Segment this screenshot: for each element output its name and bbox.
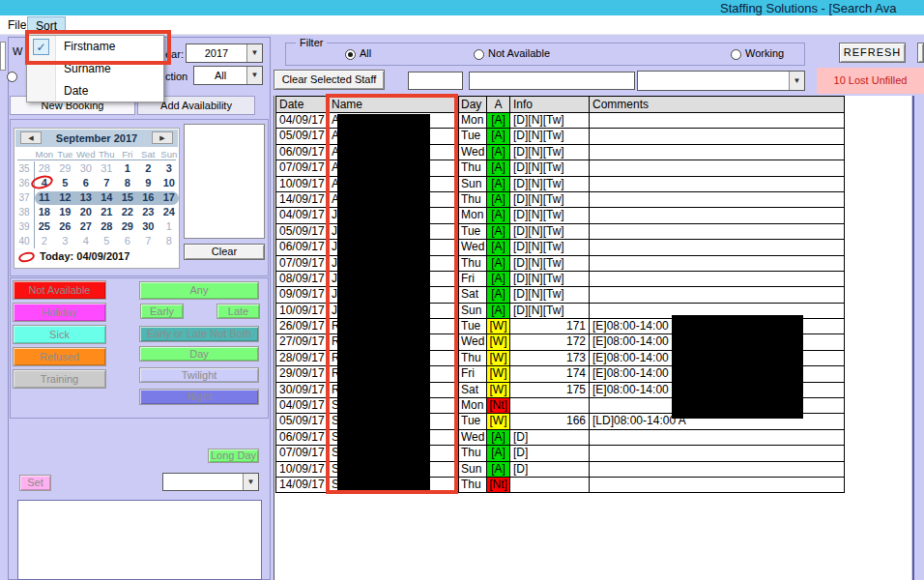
calendar-day[interactable]: 3 xyxy=(55,234,76,248)
availability-button[interactable]: Training xyxy=(13,369,106,389)
filter-radio-all[interactable] xyxy=(345,49,356,60)
cell-info: [D][N][Tw] xyxy=(510,240,590,255)
cell-availability: [A] xyxy=(487,160,510,176)
staff-dropdown[interactable]: ▼ xyxy=(637,71,805,91)
cell-date: 06/09/17 xyxy=(276,430,329,446)
calendar-day[interactable]: 24 xyxy=(159,205,180,219)
cell-availability: [A] xyxy=(487,177,510,192)
calendar-day[interactable]: 11 xyxy=(34,190,55,205)
calendar-day[interactable]: 26 xyxy=(55,219,76,234)
calendar-prev-button[interactable]: ◀ xyxy=(20,131,42,144)
cell-day: Sun xyxy=(459,462,487,478)
clear-dates-button[interactable]: Clear xyxy=(184,244,265,260)
filter-radio-not-available[interactable] xyxy=(474,49,484,60)
cell-day: Tue xyxy=(459,414,487,429)
calendar-day[interactable]: 12 xyxy=(55,190,76,205)
calendar-day[interactable]: 14 xyxy=(97,190,118,205)
clear-selected-staff-button[interactable]: Clear Selected Staff xyxy=(274,70,385,90)
calendar-day[interactable]: 6 xyxy=(75,176,97,190)
long-day-button[interactable]: Long Day xyxy=(208,449,259,463)
calendar-day[interactable]: 8 xyxy=(159,234,180,248)
calendar-day[interactable]: 4 xyxy=(75,234,97,248)
calendar-day[interactable]: 10 xyxy=(159,176,180,190)
calendar-day[interactable]: 3 xyxy=(159,161,180,176)
cell-day: Mon xyxy=(459,398,487,414)
early-button[interactable]: Early xyxy=(140,304,184,319)
availability-button[interactable]: Holiday xyxy=(13,303,106,322)
twilight-button[interactable]: Twilight xyxy=(139,367,259,383)
availability-button[interactable]: Not Available xyxy=(13,280,106,300)
calendar-day[interactable]: 15 xyxy=(117,190,138,205)
calendar-day[interactable]: 18 xyxy=(34,205,55,219)
calendar-today-row[interactable]: Today: 04/09/2017 xyxy=(14,248,179,268)
calendar-week-row: 402345678 xyxy=(14,234,180,248)
refresh-button[interactable]: REFRESH xyxy=(839,43,906,63)
early-or-late-button[interactable]: Early or Late Not Both xyxy=(139,326,259,342)
staff-search-input-small[interactable] xyxy=(408,72,463,90)
cell-info: [D][N][Tw] xyxy=(510,113,590,129)
chevron-down-icon[interactable]: ▼ xyxy=(243,474,258,490)
calendar-day-header: Sun xyxy=(159,149,180,160)
cell-availability: [A] xyxy=(487,272,510,287)
filter-radio-working[interactable] xyxy=(731,49,741,60)
filter-label-all[interactable]: All xyxy=(360,47,371,59)
calendar-day[interactable]: 30 xyxy=(75,161,97,176)
set-button[interactable]: Set xyxy=(19,475,51,491)
calendar-week-row: 3818192021222324 xyxy=(14,205,180,219)
calendar-day[interactable]: 31 xyxy=(97,161,118,176)
calendar-day[interactable]: 7 xyxy=(138,234,159,248)
calendar-day[interactable]: 16 xyxy=(138,190,159,205)
calendar-day[interactable]: 8 xyxy=(117,176,138,190)
calendar-day[interactable]: 20 xyxy=(75,205,97,219)
set-dropdown[interactable]: ▼ xyxy=(162,473,259,491)
calendar-day[interactable]: 1 xyxy=(159,219,180,234)
calendar-day[interactable]: 9 xyxy=(138,176,159,190)
calendar-day[interactable]: 21 xyxy=(97,205,118,219)
calendar-day[interactable]: 29 xyxy=(55,161,76,176)
filter-label-not-available[interactable]: Not Available xyxy=(488,47,550,59)
calendar-day[interactable]: 28 xyxy=(97,219,118,234)
year-dropdown[interactable]: 2017 ▼ xyxy=(186,44,263,63)
calendar-day[interactable]: 28 xyxy=(34,161,55,176)
cell-info: [D][N][Tw] xyxy=(510,256,590,272)
calendar-day[interactable]: 5 xyxy=(55,176,76,190)
calendar-day[interactable]: 22 xyxy=(117,205,138,219)
calendar-day-header: Fri xyxy=(117,149,138,160)
chevron-down-icon[interactable]: ▼ xyxy=(789,72,804,90)
calendar-day[interactable]: 7 xyxy=(97,176,118,190)
calendar-day[interactable]: 23 xyxy=(138,205,159,219)
calendar-day[interactable]: 5 xyxy=(97,234,118,248)
calendar-day[interactable]: 1 xyxy=(117,161,138,176)
cutoff-button[interactable] xyxy=(917,43,924,63)
any-button[interactable]: Any xyxy=(139,281,259,300)
calendar-day[interactable]: 17 xyxy=(159,190,180,205)
calendar-day[interactable]: 29 xyxy=(117,219,138,234)
availability-button[interactable]: Refused xyxy=(13,347,106,366)
calendar-day[interactable]: 25 xyxy=(34,219,55,234)
calendar-day[interactable]: 4 xyxy=(34,176,55,190)
calendar-day[interactable]: 30 xyxy=(138,219,159,234)
calendar-day[interactable]: 13 xyxy=(75,190,97,205)
chevron-down-icon[interactable]: ▼ xyxy=(246,67,262,84)
menu-item-date[interactable]: Date xyxy=(27,80,163,102)
staff-search-input-large[interactable] xyxy=(469,72,635,90)
calendar-day[interactable]: 6 xyxy=(117,234,138,248)
calendar-day[interactable]: 19 xyxy=(55,205,76,219)
filter-label-working[interactable]: Working xyxy=(745,47,784,59)
calendar-day[interactable]: 2 xyxy=(34,234,55,248)
day-button[interactable]: Day xyxy=(139,346,259,362)
grid-column-header: Date xyxy=(276,97,329,113)
left-radio[interactable] xyxy=(7,72,17,82)
cell-info xyxy=(510,478,590,493)
availability-button[interactable]: Sick xyxy=(13,325,106,344)
selection-dropdown[interactable]: All ▼ xyxy=(193,66,263,85)
bottom-listbox[interactable] xyxy=(17,500,262,580)
chevron-down-icon[interactable]: ▼ xyxy=(246,44,262,62)
calendar-day[interactable]: 2 xyxy=(138,161,159,176)
late-button[interactable]: Late xyxy=(217,304,260,319)
selected-dates-listbox[interactable] xyxy=(184,124,265,239)
night-button[interactable]: Night xyxy=(139,389,259,405)
cell-date: 09/09/17 xyxy=(276,287,329,303)
calendar-next-button[interactable]: ▶ xyxy=(152,131,173,144)
calendar-day[interactable]: 27 xyxy=(75,219,97,234)
